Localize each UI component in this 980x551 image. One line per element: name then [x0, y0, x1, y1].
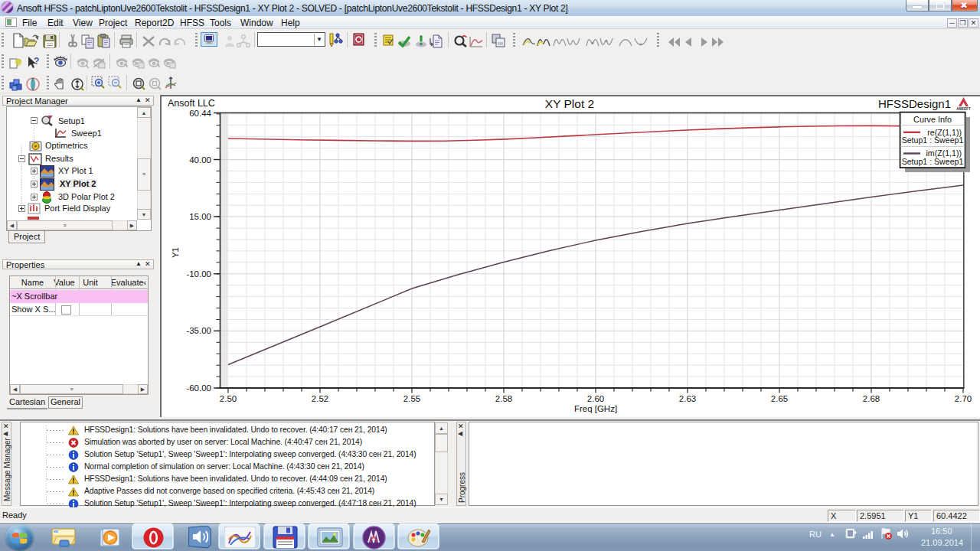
svg-text:2.63: 2.63 [679, 394, 696, 403]
svg-text:2.68: 2.68 [863, 394, 880, 403]
svg-text:Setup1 : Sweep1: Setup1 : Sweep1 [902, 135, 964, 145]
svg-text:Freq [GHz]: Freq [GHz] [574, 404, 617, 413]
svg-text:HFSSDesign1: HFSSDesign1 [878, 97, 951, 110]
svg-text:2.58: 2.58 [495, 394, 512, 403]
svg-text:2.70: 2.70 [955, 394, 972, 403]
svg-text:2.65: 2.65 [771, 394, 788, 403]
svg-text:ANSOFT: ANSOFT [956, 107, 971, 111]
svg-text:2.52: 2.52 [312, 394, 328, 403]
svg-text:-35.00: -35.00 [186, 326, 211, 335]
svg-text:-10.00: -10.00 [186, 269, 211, 279]
svg-text:60.44: 60.44 [189, 109, 211, 118]
svg-text:XY Plot 2: XY Plot 2 [545, 97, 594, 110]
svg-text:2.60: 2.60 [587, 394, 604, 403]
svg-text:Setup1 : Sweep1: Setup1 : Sweep1 [902, 157, 964, 166]
svg-text:2.55: 2.55 [403, 394, 420, 403]
svg-text:2.50: 2.50 [220, 394, 237, 403]
svg-text:15.00: 15.00 [189, 212, 211, 221]
svg-text:Y1: Y1 [171, 247, 180, 258]
svg-text:?: ? [34, 56, 39, 67]
svg-text:-60.00: -60.00 [186, 383, 211, 393]
svg-text:Ansoft LLC: Ansoft LLC [168, 98, 215, 109]
svg-text:Curve Info: Curve Info [913, 115, 952, 124]
svg-text:40.00: 40.00 [189, 155, 211, 165]
